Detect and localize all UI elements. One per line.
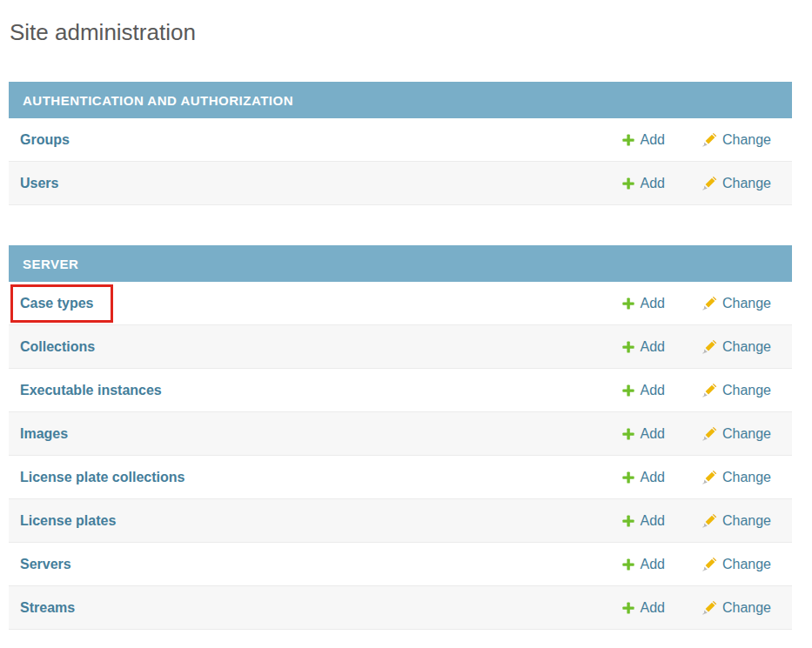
model-link-streams[interactable]: Streams — [20, 600, 75, 616]
model-link-images[interactable]: Images — [20, 426, 68, 442]
add-plus-icon — [622, 341, 634, 353]
add-link-case-types[interactable]: Add — [622, 296, 664, 311]
change-label: Change — [722, 600, 771, 616]
change-label: Change — [722, 426, 771, 442]
change-pencil-icon — [701, 557, 717, 572]
table-row-servers: Servers Add Change — [9, 543, 792, 586]
row-actions: Add Change — [622, 513, 771, 529]
table-row-users: Users Add Change — [9, 162, 792, 205]
add-label: Add — [640, 426, 664, 442]
model-link-servers[interactable]: Servers — [20, 557, 71, 572]
add-link-executable-instances[interactable]: Add — [622, 383, 664, 398]
add-plus-icon — [622, 134, 634, 146]
change-pencil-icon — [701, 296, 717, 311]
add-plus-icon — [622, 384, 634, 397]
add-label: Add — [640, 600, 664, 616]
model-link-license-plates[interactable]: License plates — [20, 513, 116, 529]
section-header-auth: AUTHENTICATION AND AUTHORIZATION — [9, 82, 792, 118]
model-link-license-plate-collections[interactable]: License plate collections — [20, 470, 185, 485]
change-pencil-icon — [701, 513, 717, 529]
change-link-license-plates[interactable]: Change — [701, 513, 771, 529]
add-label: Add — [640, 383, 664, 398]
model-link-groups[interactable]: Groups — [20, 132, 70, 148]
module-auth: AUTHENTICATION AND AUTHORIZATION Groups … — [9, 82, 792, 205]
add-link-collections[interactable]: Add — [622, 339, 664, 355]
row-actions: Add Change — [622, 383, 771, 398]
add-plus-icon — [622, 428, 634, 440]
add-plus-icon — [622, 177, 634, 190]
add-plus-icon — [622, 558, 634, 571]
row-actions: Add Change — [622, 132, 771, 148]
site-admin-page: Site administration AUTHENTICATION AND A… — [9, 0, 792, 630]
row-actions: Add Change — [622, 176, 771, 191]
section-header-server: SERVER — [9, 245, 792, 282]
model-link-collections[interactable]: Collections — [20, 339, 95, 355]
table-row-images: Images Add Change — [9, 412, 792, 456]
change-pencil-icon — [701, 383, 717, 398]
page-title: Site administration — [10, 0, 792, 46]
change-pencil-icon — [701, 339, 717, 355]
add-label: Add — [640, 176, 664, 191]
change-label: Change — [722, 557, 771, 572]
change-label: Change — [722, 296, 771, 311]
change-link-case-types[interactable]: Change — [701, 296, 771, 311]
add-link-servers[interactable]: Add — [622, 557, 664, 572]
add-label: Add — [640, 339, 664, 355]
change-link-servers[interactable]: Change — [701, 557, 771, 572]
change-label: Change — [722, 176, 771, 191]
change-pencil-icon — [701, 470, 717, 485]
add-plus-icon — [622, 515, 634, 527]
table-row-license-plate-collections: License plate collections Add Change — [9, 456, 792, 499]
change-link-streams[interactable]: Change — [701, 600, 771, 616]
add-label: Add — [640, 557, 664, 572]
module-server: SERVER Case types Add Change Collections — [9, 245, 792, 630]
table-row-streams: Streams Add Change — [9, 586, 792, 630]
add-plus-icon — [622, 297, 634, 310]
row-actions: Add Change — [622, 600, 771, 616]
row-actions: Add Change — [622, 296, 771, 311]
add-link-images[interactable]: Add — [622, 426, 664, 442]
row-actions: Add Change — [622, 426, 771, 442]
table-row-case-types: Case types Add Change — [9, 282, 792, 325]
change-link-images[interactable]: Change — [701, 426, 771, 442]
add-label: Add — [640, 296, 664, 311]
change-label: Change — [722, 513, 771, 529]
change-label: Change — [722, 339, 771, 355]
add-plus-icon — [622, 602, 634, 614]
add-label: Add — [640, 470, 664, 485]
change-pencil-icon — [701, 176, 717, 191]
table-row-executable-instances: Executable instances Add Change — [9, 369, 792, 412]
model-link-users[interactable]: Users — [20, 176, 58, 191]
table-row-license-plates: License plates Add Change — [9, 499, 792, 543]
change-pencil-icon — [701, 132, 717, 148]
add-link-groups[interactable]: Add — [622, 132, 664, 148]
row-actions: Add Change — [622, 339, 771, 355]
model-link-executable-instances[interactable]: Executable instances — [20, 383, 162, 398]
change-label: Change — [722, 383, 771, 398]
add-link-streams[interactable]: Add — [622, 600, 664, 616]
change-label: Change — [722, 470, 771, 485]
model-link-case-types[interactable]: Case types — [20, 296, 94, 311]
change-link-users[interactable]: Change — [701, 176, 771, 191]
change-label: Change — [722, 132, 771, 148]
change-link-groups[interactable]: Change — [701, 132, 771, 148]
row-actions: Add Change — [622, 470, 771, 485]
change-link-executable-instances[interactable]: Change — [701, 383, 771, 398]
change-pencil-icon — [701, 600, 717, 616]
add-link-license-plates[interactable]: Add — [622, 513, 664, 529]
add-link-license-plate-collections[interactable]: Add — [622, 470, 664, 485]
add-link-users[interactable]: Add — [622, 176, 664, 191]
change-link-license-plate-collections[interactable]: Change — [701, 470, 771, 485]
add-label: Add — [640, 513, 664, 529]
table-row-groups: Groups Add Change — [9, 118, 792, 162]
change-pencil-icon — [701, 426, 717, 442]
change-link-collections[interactable]: Change — [701, 339, 771, 355]
row-actions: Add Change — [622, 557, 771, 572]
table-row-collections: Collections Add Change — [9, 325, 792, 369]
add-plus-icon — [622, 471, 634, 484]
add-label: Add — [640, 132, 664, 148]
